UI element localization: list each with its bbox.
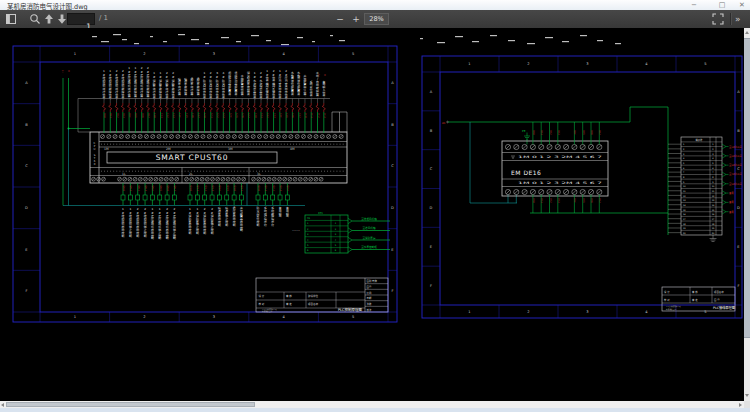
fullscreen-icon[interactable]	[712, 13, 724, 25]
svg-text:13: 13	[683, 199, 686, 202]
svg-text:1M 0 1 2 3 2M 4 5 6 7: 1M 0 1 2 3 2M 4 5 6 7	[518, 155, 602, 159]
svg-text:I8.2: I8.2	[549, 131, 552, 136]
horizontal-scrollbar[interactable]	[0, 401, 744, 408]
maximize-button[interactable]: □	[714, 0, 730, 10]
svg-text:1: 1	[468, 62, 470, 66]
svg-text:7: 7	[683, 171, 685, 173]
svg-text:D: D	[25, 206, 28, 210]
svg-text:9: 9	[683, 181, 685, 184]
svg-text:4: 4	[335, 239, 337, 242]
zoom-level-box[interactable]: 28%	[364, 13, 389, 25]
svg-text:1L: 1L	[122, 172, 126, 176]
svg-text:1#正压送风机故障信号: 1#正压送风机故障信号	[133, 66, 137, 100]
svg-text:审 定: 审 定	[286, 302, 292, 306]
svg-text:2#正压送风机停止控制: 2#正压送风机停止控制	[172, 207, 176, 241]
svg-text:19: 19	[712, 227, 715, 230]
svg-text:校 对: 校 对	[664, 298, 670, 302]
sidebar-toggle-icon[interactable]	[5, 13, 17, 25]
svg-text:3: 3	[335, 233, 337, 236]
scrollbar-corner	[744, 401, 750, 408]
svg-text:喷淋泵启动控制: 喷淋泵启动控制	[217, 206, 221, 227]
svg-text:I8.1: I8.1	[540, 131, 543, 136]
svg-text:5: 5	[712, 162, 714, 165]
svg-text:I0.4: I0.4	[128, 114, 131, 119]
svg-text:系统故障指示灯: 系统故障指示灯	[271, 206, 275, 227]
svg-text:18: 18	[712, 223, 715, 226]
scroll-right-arrow[interactable]	[739, 403, 742, 407]
svg-text:I1.0: I1.0	[153, 114, 156, 119]
svg-text:Q1.1: Q1.1	[196, 186, 199, 192]
svg-text:A: A	[430, 90, 433, 94]
svg-text:8: 8	[712, 176, 714, 179]
svg-text:I2.6: I2.6	[241, 114, 244, 119]
svg-text:I0.3: I0.3	[122, 114, 125, 119]
svg-text:4: 4	[712, 157, 714, 159]
scroll-up-arrow[interactable]	[745, 31, 749, 34]
svg-text:I3.1: I3.1	[260, 114, 263, 119]
svg-text:3: 3	[586, 62, 588, 66]
svg-text:防火阀复位控制: 防火阀复位控制	[256, 206, 260, 227]
drawing-canvas[interactable]: 1122334455AABBCCDDEEFF1M2M3M4MSMART CPUS…	[0, 28, 744, 401]
svg-text:C: C	[391, 164, 394, 168]
svg-text:项目名称: 项目名称	[308, 302, 319, 306]
zoom-out-button[interactable]: −	[334, 12, 346, 26]
svg-text:备用输出: 备用输出	[278, 206, 282, 218]
svg-text:I8.3: I8.3	[557, 131, 560, 136]
svg-text:3: 3	[712, 153, 714, 156]
scroll-down-arrow[interactable]	[745, 394, 749, 397]
svg-text:F: F	[391, 289, 393, 293]
more-tools-button[interactable]: »	[735, 12, 741, 26]
svg-text:Q0.7: Q0.7	[173, 186, 176, 192]
svg-text:D: D	[391, 206, 394, 210]
svg-text:Q2.1: Q2.1	[264, 186, 267, 192]
svg-text:18: 18	[683, 223, 686, 226]
svg-text:2#消防泵故障信号: 2#消防泵故障信号	[171, 71, 175, 99]
svg-text:6: 6	[683, 167, 685, 170]
search-icon[interactable]	[29, 13, 41, 25]
svg-text:20: 20	[712, 232, 715, 235]
svg-text:至水泵控制柜: 至水泵控制柜	[361, 245, 377, 249]
previous-page-icon[interactable]	[43, 13, 55, 25]
svg-text:B: B	[25, 123, 28, 127]
svg-text:喷淋泵故障信号: 喷淋泵故障信号	[184, 77, 188, 98]
svg-text:2#信号蝶阀反馈信号: 2#信号蝶阀反馈信号	[272, 69, 276, 100]
svg-text:喷淋泵运行信号: 喷淋泵运行信号	[177, 77, 181, 98]
svg-text:至2#防火阀: 至2#防火阀	[729, 154, 742, 158]
svg-text:I8.7: I8.7	[598, 131, 601, 136]
close-button[interactable]: ✕	[734, 0, 750, 10]
svg-text:1#消防泵停止控制: 1#消防泵停止控制	[195, 207, 199, 235]
svg-text:系统运行指示灯: 系统运行指示灯	[263, 206, 267, 227]
svg-text:C: C	[25, 164, 28, 168]
svg-text:2#正压送风机运行信号: 2#正压送风机运行信号	[140, 66, 144, 100]
horizontal-scrollbar-thumb[interactable]	[6, 402, 255, 407]
svg-text:4: 4	[282, 52, 285, 56]
svg-text:3#防火阀动作信号: 3#防火阀动作信号	[215, 71, 219, 99]
svg-text:备用: 备用	[729, 200, 734, 204]
svg-text:A: A	[737, 90, 740, 94]
vertical-scrollbar[interactable]	[744, 28, 750, 401]
svg-text:2#排烟风机运行信号: 2#排烟风机运行信号	[115, 69, 119, 100]
svg-text:I9.5: I9.5	[582, 199, 585, 204]
svg-text:系统复位信号: 系统复位信号	[309, 80, 313, 98]
svg-text:水箱低液位报警信号: 水箱低液位报警信号	[297, 71, 301, 97]
svg-text:1: 1	[307, 222, 309, 225]
minimize-button[interactable]: −	[686, 0, 702, 10]
svg-text:Q0.0: Q0.0	[122, 186, 125, 192]
zoom-in-button[interactable]: +	[350, 12, 362, 26]
svg-text:Q2.0: Q2.0	[257, 186, 260, 192]
svg-text:11: 11	[712, 190, 715, 192]
svg-text:至送风机箱: 至送风机箱	[363, 226, 376, 230]
svg-text:I3.7: I3.7	[298, 114, 301, 119]
svg-text:I1.1: I1.1	[160, 114, 163, 119]
svg-text:2: 2	[527, 62, 529, 66]
svg-text:Q2.3: Q2.3	[279, 186, 282, 192]
svg-text:F: F	[737, 284, 739, 288]
vertical-scrollbar-thumb[interactable]	[744, 38, 750, 338]
svg-text:I8.4: I8.4	[573, 131, 576, 136]
svg-text:I2.1: I2.1	[210, 114, 213, 119]
svg-text:I0.1: I0.1	[109, 114, 112, 119]
svg-text:1#压力开关动作信号: 1#压力开关动作信号	[278, 69, 282, 100]
svg-text:2: 2	[335, 228, 337, 231]
svg-text:M: M	[323, 74, 326, 76]
scroll-left-arrow[interactable]	[1, 403, 4, 407]
